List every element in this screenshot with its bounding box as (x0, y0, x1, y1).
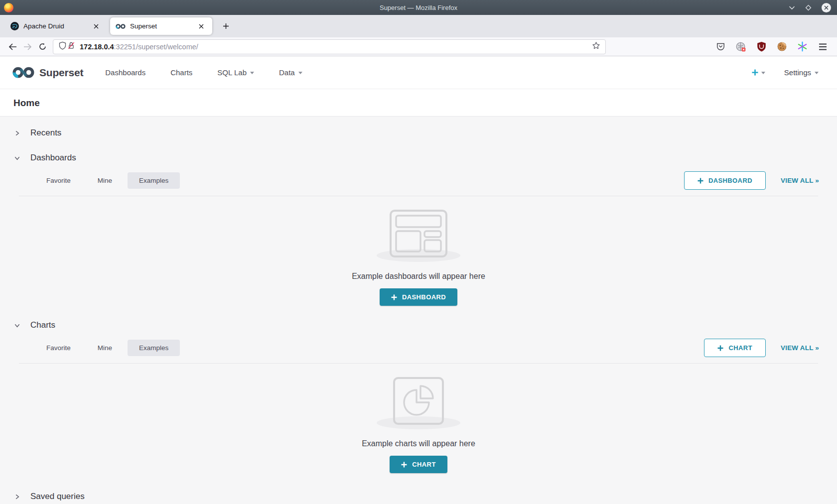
extension-privacy-icon[interactable] (734, 40, 747, 53)
dashboards-controls: Favorite Mine Examples DASHBOARD VIEW AL… (0, 170, 837, 190)
cookie-icon[interactable] (775, 40, 788, 53)
url-path: :32251/superset/welcome/ (114, 43, 198, 51)
tab-superset[interactable]: Superset (110, 17, 212, 35)
section-label: Dashboards (30, 153, 76, 163)
superset-logo-icon (12, 66, 34, 79)
section-dashboards[interactable]: Dashboards (0, 145, 837, 170)
view-all-dashboards-link[interactable]: VIEW ALL » (781, 177, 819, 184)
nav-label: SQL Lab (217, 68, 247, 77)
add-dashboard-button[interactable]: DASHBOARD (684, 171, 766, 190)
forward-icon[interactable] (20, 39, 35, 54)
section-saved-queries[interactable]: Saved queries (0, 484, 837, 504)
empty-state-text: Example charts will appear here (362, 439, 475, 448)
plus-icon (391, 294, 397, 300)
tab-favorite[interactable]: Favorite (35, 172, 82, 189)
url-bar[interactable]: 172.18.0.4:32251/superset/welcome/ (53, 39, 606, 54)
empty-dashboard-icon (389, 209, 448, 258)
charts-controls: Favorite Mine Examples CHART VIEW ALL » (0, 338, 837, 357)
insecure-lock-icon[interactable] (67, 41, 76, 52)
tab-label: Superset (130, 22, 196, 30)
tab-mine[interactable]: Mine (86, 172, 124, 189)
plus-icon (401, 462, 407, 468)
maximize-icon[interactable] (805, 4, 812, 11)
caret-down-icon (815, 72, 819, 74)
druid-favicon (10, 22, 19, 30)
tab-close-icon[interactable] (196, 21, 207, 32)
caret-down-icon (250, 72, 254, 74)
nav-label: Charts (170, 68, 192, 77)
plus-icon (717, 345, 723, 351)
section-label: Recents (30, 128, 61, 138)
nav-sql-lab[interactable]: SQL Lab (217, 68, 254, 77)
settings-label: Settings (784, 68, 811, 77)
plus-icon (698, 178, 703, 184)
hamburger-menu-icon[interactable] (816, 40, 829, 53)
section-label: Saved queries (30, 492, 85, 502)
shield-icon[interactable] (58, 41, 67, 52)
button-label: DASHBOARD (402, 293, 446, 301)
bookmark-star-icon[interactable] (592, 41, 600, 52)
tab-close-icon[interactable] (91, 21, 102, 32)
empty-state-text: Example dashboards will appear here (352, 272, 485, 281)
url-text: 172.18.0.4:32251/superset/welcome/ (80, 43, 198, 51)
create-chart-button[interactable]: CHART (390, 456, 447, 473)
button-label: CHART (412, 461, 436, 468)
chevron-down-icon (14, 155, 20, 161)
minimize-icon[interactable] (789, 5, 795, 10)
superset-navbar: Superset Dashboards Charts SQL Lab Data … (0, 56, 837, 89)
button-label: DASHBOARD (708, 177, 752, 184)
section-charts[interactable]: Charts (0, 313, 837, 338)
nav-data[interactable]: Data (279, 68, 302, 77)
chevron-down-icon (14, 322, 20, 329)
pocket-icon[interactable] (714, 40, 727, 53)
chevron-right-icon (14, 130, 20, 136)
create-dashboard-button[interactable]: DASHBOARD (380, 288, 457, 306)
container-asterisk-icon[interactable] (796, 40, 809, 53)
tab-examples[interactable]: Examples (128, 172, 180, 189)
nav-charts[interactable]: Charts (170, 68, 192, 77)
new-tab-button[interactable] (218, 19, 233, 34)
nav-dashboards[interactable]: Dashboards (105, 68, 145, 77)
browser-toolbar: 172.18.0.4:32251/superset/welcome/ (0, 37, 837, 56)
caret-down-icon (761, 72, 765, 74)
tab-mine[interactable]: Mine (86, 340, 124, 356)
button-label: CHART (728, 344, 752, 352)
section-label: Charts (30, 320, 55, 330)
window-title: Superset — Mozilla Firefox (0, 4, 837, 11)
back-icon[interactable] (5, 39, 20, 54)
nav-label: Dashboards (105, 68, 145, 77)
dashboards-empty-state: Example dashboards will appear here DASH… (0, 196, 837, 306)
url-host: 172.18.0.4 (80, 43, 114, 51)
welcome-content: Recents Dashboards Favorite Mine Example… (0, 121, 837, 504)
reload-icon[interactable] (35, 39, 50, 54)
new-item-menu[interactable] (751, 69, 765, 76)
caret-down-icon (298, 72, 302, 74)
close-icon[interactable] (822, 3, 831, 12)
superset-logo[interactable]: Superset (12, 66, 83, 79)
tab-examples[interactable]: Examples (128, 340, 180, 356)
page-title: Home (13, 98, 824, 109)
tab-label: Apache Druid (23, 22, 91, 30)
page-header: Home (0, 89, 837, 117)
ublock-icon[interactable] (755, 40, 768, 53)
settings-menu[interactable]: Settings (784, 68, 819, 77)
window-titlebar: Superset — Mozilla Firefox (0, 0, 837, 15)
view-all-charts-link[interactable]: VIEW ALL » (781, 344, 819, 352)
empty-chart-icon (393, 377, 444, 425)
section-recents[interactable]: Recents (0, 121, 837, 145)
add-chart-button[interactable]: CHART (704, 339, 766, 357)
superset-favicon (116, 23, 126, 29)
tab-bar: Apache Druid Superset (0, 15, 837, 37)
charts-empty-state: Example charts will appear here CHART (0, 364, 837, 473)
brand-name: Superset (39, 67, 83, 79)
chevron-right-icon (14, 494, 20, 500)
plus-icon (751, 69, 759, 76)
tab-apache-druid[interactable]: Apache Druid (5, 17, 107, 35)
nav-label: Data (279, 68, 295, 77)
tab-favorite[interactable]: Favorite (35, 340, 82, 356)
